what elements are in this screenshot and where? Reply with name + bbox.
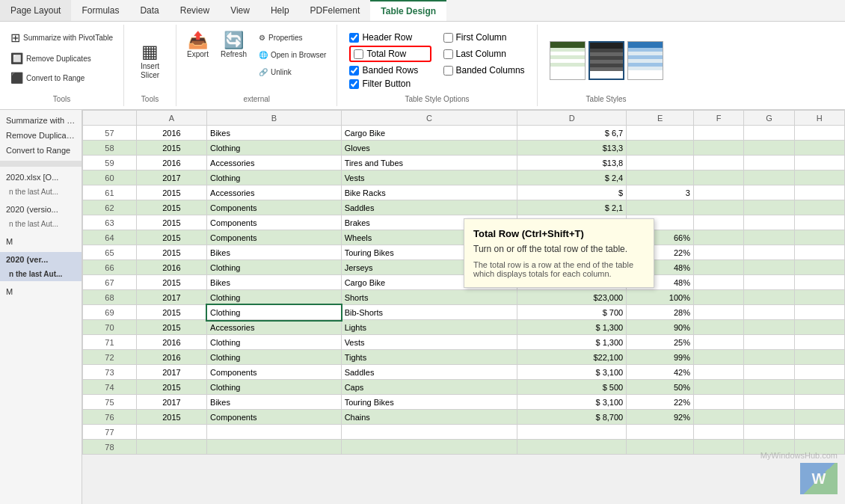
first-column-checkbox[interactable] [443,33,453,43]
extra3[interactable] [794,200,844,215]
sidebar-item-file3-sub[interactable]: n the last Aut... [0,267,82,281]
sidebar-item-file3[interactable]: 2020 (ver... [0,252,82,267]
year-cell[interactable]: 2015 [136,200,206,215]
year-cell[interactable]: 2017 [136,395,206,410]
sidebar-item-file1[interactable]: 2020.xlsx [O... [0,170,82,185]
extra2[interactable] [744,170,794,185]
year-cell[interactable]: 2016 [136,350,206,365]
sales-cell[interactable]: $ 3,100 [517,365,627,380]
extra2[interactable] [744,230,794,245]
tab-data[interactable]: Data [129,0,169,21]
row-number[interactable]: 74 [83,380,137,395]
category-cell[interactable]: Components [207,200,342,215]
sales-cell[interactable]: $ 6,7 [517,126,627,141]
extra1[interactable] [693,350,743,365]
remove-duplicates-button[interactable]: 🔲 Remove Duplicates [6,49,96,67]
category-cell[interactable]: Bikes [207,245,342,260]
pct-cell[interactable] [627,170,694,185]
row-number[interactable]: 61 [83,185,137,200]
extra3[interactable] [794,275,844,290]
category-cell[interactable]: Clothing [207,260,342,275]
table-row[interactable]: 702015AccessoriesLights$ 1,30090% [83,320,845,335]
table-row[interactable]: 762015ComponentsChains$ 8,70092% [83,410,845,425]
row-number[interactable]: 65 [83,245,137,260]
sidebar-item-file2-sub[interactable]: n the last Aut... [0,217,82,231]
year-cell[interactable]: 2015 [136,305,206,320]
table-row[interactable]: 742015ClothingCaps$ 50050% [83,380,845,395]
product-cell[interactable]: Touring Bikes [341,395,517,410]
year-cell[interactable]: 2017 [136,290,206,305]
first-column-option[interactable]: First Column [443,32,525,43]
pct-cell[interactable]: 3 [627,185,694,200]
table-row[interactable]: 572016BikesCargo Bike$ 6,7 [83,126,845,141]
extra2[interactable] [744,215,794,230]
category-cell[interactable]: Clothing [207,335,342,350]
table-row[interactable]: 712016ClothingVests$ 1,30025% [83,335,845,350]
category-cell[interactable]: Accessories [207,156,342,170]
extra3[interactable] [794,245,844,260]
filter-button-option[interactable]: Filter Button [349,79,431,89]
sales-cell[interactable]: $ [517,185,627,200]
extra3[interactable] [794,215,844,230]
total-row-option[interactable]: Total Row [349,46,431,62]
year-cell[interactable] [136,440,206,455]
extra3[interactable] [794,185,844,200]
extra2[interactable] [744,425,794,440]
pct-cell[interactable]: 50% [627,380,694,395]
product-cell[interactable]: Caps [341,380,517,395]
category-cell[interactable]: Clothing [207,350,342,365]
sales-cell[interactable]: $ 2,1 [517,200,627,215]
table-row[interactable]: 602017ClothingVests$ 2,4 [83,170,845,185]
category-cell[interactable]: Clothing [207,305,342,320]
tab-pdfelement[interactable]: PDFelement [300,0,371,21]
open-browser-button[interactable]: 🌐 Open in Browser [254,48,331,62]
header-row-checkbox[interactable] [349,33,359,43]
style-thumb-blue[interactable] [627,41,663,80]
pct-cell[interactable]: 99% [627,350,694,365]
filter-button-checkbox[interactable] [349,79,359,89]
table-row[interactable]: 612015AccessoriesBike Racks$3 [83,185,845,200]
category-cell[interactable]: Accessories [207,185,342,200]
extra3[interactable] [794,395,844,410]
extra2[interactable] [744,260,794,275]
table-row[interactable]: 732017ComponentsSaddles$ 3,10042% [83,365,845,380]
sales-cell[interactable]: $ 3,100 [517,395,627,410]
product-cell[interactable] [341,425,517,440]
category-cell[interactable]: Clothing [207,141,342,156]
extra3[interactable] [794,335,844,350]
pct-cell[interactable]: 22% [627,395,694,410]
pct-cell[interactable]: 42% [627,365,694,380]
product-cell[interactable]: Saddles [341,200,517,215]
extra1[interactable] [693,320,743,335]
pct-cell[interactable]: 25% [627,335,694,350]
extra1[interactable] [693,245,743,260]
extra2[interactable] [744,410,794,425]
year-cell[interactable]: 2015 [136,185,206,200]
sales-cell[interactable]: $13,3 [517,141,627,156]
banded-columns-checkbox[interactable] [443,66,453,76]
table-row[interactable]: 582015ClothingGloves$13,3 [83,141,845,156]
table-row[interactable]: 78 [83,440,845,455]
sidebar-item-remove-dupes[interactable]: Remove Duplicates [0,128,82,143]
pct-cell[interactable]: 28% [627,305,694,320]
product-cell[interactable]: Tights [341,350,517,365]
extra2[interactable] [744,185,794,200]
extra1[interactable] [693,365,743,380]
tab-table-design[interactable]: Table Design [370,0,446,21]
pct-cell[interactable]: 100% [627,290,694,305]
year-cell[interactable]: 2016 [136,260,206,275]
extra2[interactable] [744,335,794,350]
extra1[interactable] [693,290,743,305]
year-cell[interactable]: 2015 [136,215,206,230]
table-row[interactable]: 77 [83,425,845,440]
export-button[interactable]: 📤 Export [182,28,213,61]
row-number[interactable]: 59 [83,156,137,170]
table-row[interactable]: 592016AccessoriesTires and Tubes$13,8 [83,156,845,170]
sales-cell[interactable]: $ 1,300 [517,335,627,350]
product-cell[interactable]: Vests [341,335,517,350]
header-row-option[interactable]: Header Row [349,32,431,43]
table-row[interactable]: 682017ClothingShorts$23,000100% [83,290,845,305]
extra3[interactable] [794,350,844,365]
sales-cell[interactable]: $ 1,300 [517,320,627,335]
extra2[interactable] [744,365,794,380]
